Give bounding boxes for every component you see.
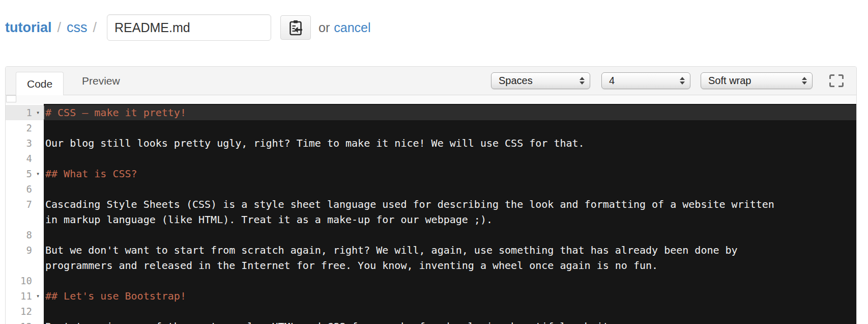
line-number: 11 bbox=[6, 290, 32, 302]
line-number: 6 bbox=[6, 183, 32, 195]
gutter-corner bbox=[6, 95, 16, 102]
breadcrumb-repo-link[interactable]: tutorial bbox=[5, 20, 52, 36]
code-text: # CSS – make it pretty! bbox=[45, 106, 186, 119]
stepper-arrows-icon bbox=[802, 77, 807, 85]
gutter-row: 2 bbox=[6, 120, 44, 136]
clipboard-arrow-icon bbox=[289, 20, 303, 36]
tab-code[interactable]: Code bbox=[16, 72, 64, 95]
file-path-bar: tutorial / css / or cancel bbox=[5, 13, 868, 42]
fold-toggle-icon[interactable]: ▾ bbox=[32, 170, 44, 177]
editor-controls: Spaces 4 Soft wrap bbox=[491, 67, 845, 95]
line-number: 13 bbox=[6, 321, 32, 324]
indent-size-select[interactable]: 4 bbox=[601, 72, 690, 89]
gutter-row: 12 bbox=[6, 304, 44, 319]
code-text: ## Let's use Bootstrap! bbox=[45, 290, 186, 302]
code-text: ## What is CSS? bbox=[45, 168, 137, 180]
code-text: Bootstrap is one of the most popular HTM… bbox=[45, 320, 627, 324]
code-text: Our blog still looks pretty ugly, right?… bbox=[45, 137, 585, 149]
gutter-row: 10 bbox=[6, 273, 44, 288]
code-line: ## What is CSS? bbox=[45, 166, 856, 181]
or-label: or bbox=[319, 20, 330, 35]
stepper-arrows-icon bbox=[680, 77, 685, 85]
code-line: Bootstrap is one of the most popular HTM… bbox=[45, 319, 856, 324]
gutter: 1▾2345▾67891011▾1213 bbox=[6, 104, 44, 324]
gutter-row: 9 bbox=[6, 242, 44, 258]
code-line: # CSS – make it pretty! bbox=[44, 105, 856, 120]
line-number: 1 bbox=[6, 107, 32, 118]
gutter-row: 6 bbox=[6, 181, 44, 197]
code-line bbox=[45, 120, 856, 136]
breadcrumb: tutorial / css / bbox=[5, 20, 102, 36]
gutter-row: 13 bbox=[6, 319, 44, 324]
line-number: 8 bbox=[6, 229, 32, 240]
filename-input[interactable] bbox=[107, 14, 271, 41]
text-cursor bbox=[44, 106, 44, 119]
code-line: But we don't want to start from scratch … bbox=[45, 242, 856, 258]
indent-mode-select[interactable]: Spaces bbox=[491, 72, 590, 89]
code-line: programmers and released in the Internet… bbox=[45, 258, 856, 273]
editor-top-strip bbox=[6, 95, 856, 104]
wrap-mode-select[interactable]: Soft wrap bbox=[701, 72, 813, 89]
code-line: Cascading Style Sheets (CSS) is a style … bbox=[45, 197, 856, 212]
fold-toggle-icon[interactable]: ▾ bbox=[32, 292, 44, 300]
screen-full-icon bbox=[829, 74, 844, 88]
code-text: But we don't want to start from scratch … bbox=[45, 244, 738, 256]
code-line bbox=[45, 181, 856, 197]
editor-tab-bar: Code Preview Spaces 4 Soft wrap bbox=[6, 67, 856, 95]
code-text: Cascading Style Sheets (CSS) is a style … bbox=[45, 198, 774, 210]
indent-size-value: 4 bbox=[609, 75, 676, 87]
gutter-row bbox=[6, 258, 44, 273]
line-number: 10 bbox=[6, 275, 32, 286]
wrap-mode-value: Soft wrap bbox=[708, 75, 798, 87]
code-line bbox=[45, 151, 856, 166]
breadcrumb-folder-link[interactable]: css bbox=[67, 20, 88, 36]
code-line: Our blog still looks pretty ugly, right?… bbox=[45, 136, 856, 151]
fullscreen-button[interactable] bbox=[828, 73, 845, 89]
fold-toggle-icon[interactable]: ▾ bbox=[32, 109, 44, 116]
code-text: in markup language (like HTML). Treat it… bbox=[45, 213, 493, 226]
code-editor: 1▾2345▾67891011▾1213 # CSS – make it pre… bbox=[6, 104, 856, 324]
gutter-row bbox=[6, 212, 44, 227]
line-number: 4 bbox=[6, 153, 32, 164]
line-number: 5 bbox=[6, 168, 32, 179]
breadcrumb-separator: / bbox=[93, 20, 97, 36]
tab-preview-label: Preview bbox=[82, 75, 120, 87]
gutter-row: 11▾ bbox=[6, 288, 44, 304]
gutter-row: 3 bbox=[6, 136, 44, 151]
line-number: 9 bbox=[6, 245, 32, 256]
line-number: 2 bbox=[6, 122, 32, 133]
tab-code-label: Code bbox=[27, 78, 52, 90]
line-number: 7 bbox=[6, 199, 32, 210]
gutter-row: 5▾ bbox=[6, 166, 44, 181]
cancel-link[interactable]: cancel bbox=[334, 20, 370, 35]
code-line: in markup language (like HTML). Treat it… bbox=[45, 212, 856, 227]
code-text: programmers and released in the Internet… bbox=[45, 259, 658, 272]
code-line bbox=[45, 304, 856, 319]
file-action-button[interactable] bbox=[280, 15, 311, 40]
code-line bbox=[45, 227, 856, 242]
breadcrumb-separator: / bbox=[57, 20, 62, 36]
stepper-arrows-icon bbox=[580, 77, 585, 85]
indent-mode-value: Spaces bbox=[499, 75, 575, 87]
line-number: 12 bbox=[6, 306, 32, 317]
gutter-row: 4 bbox=[6, 151, 44, 166]
code-line bbox=[45, 273, 856, 288]
code-line: ## Let's use Bootstrap! bbox=[45, 288, 856, 304]
file-editor-panel: Code Preview Spaces 4 Soft wrap bbox=[5, 66, 857, 324]
gutter-row: 1▾ bbox=[6, 105, 44, 120]
tab-preview[interactable]: Preview bbox=[77, 67, 125, 95]
gutter-row: 8 bbox=[6, 227, 44, 242]
code-area[interactable]: # CSS – make it pretty!Our blog still lo… bbox=[44, 104, 856, 324]
line-number: 3 bbox=[6, 138, 32, 149]
gutter-row: 7 bbox=[6, 197, 44, 212]
